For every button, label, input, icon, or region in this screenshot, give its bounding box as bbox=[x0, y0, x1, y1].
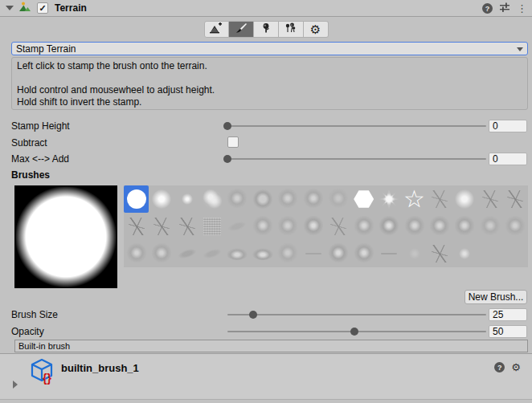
brush-item[interactable] bbox=[427, 185, 452, 213]
brush-item[interactable] bbox=[174, 185, 199, 213]
brush-item[interactable] bbox=[503, 213, 528, 240]
brush-item[interactable] bbox=[452, 185, 477, 213]
builtin-brush-bar[interactable]: Built-in brush bbox=[14, 340, 528, 352]
brush-item[interactable] bbox=[402, 240, 427, 267]
stamp-height-slider-knob[interactable] bbox=[223, 122, 231, 130]
brush-item[interactable] bbox=[477, 213, 502, 240]
brush-item[interactable] bbox=[326, 185, 351, 213]
brush-size-value-field[interactable] bbox=[489, 308, 527, 321]
opacity-slider[interactable] bbox=[227, 331, 486, 332]
brush-thumbnail bbox=[303, 189, 324, 210]
brush-item[interactable] bbox=[351, 213, 376, 240]
stamp-height-slider[interactable] bbox=[227, 125, 486, 127]
brush-item[interactable] bbox=[376, 240, 401, 267]
brush-item[interactable] bbox=[402, 185, 427, 213]
brush-item[interactable] bbox=[149, 213, 174, 240]
brush-item[interactable] bbox=[276, 185, 301, 213]
asset-foldout-arrow-icon[interactable] bbox=[13, 381, 18, 389]
brush-item[interactable] bbox=[250, 240, 275, 267]
brush-item[interactable] bbox=[124, 240, 149, 267]
asset-help-icon[interactable]: ? bbox=[494, 362, 505, 372]
subtract-checkbox[interactable] bbox=[227, 136, 239, 148]
brush-item[interactable] bbox=[427, 213, 452, 240]
tool-paint-terrain[interactable] bbox=[229, 21, 254, 38]
brush-item[interactable] bbox=[402, 213, 427, 240]
tool-paint-details[interactable] bbox=[279, 21, 304, 38]
brushes-section-label: Brushes bbox=[11, 169, 196, 181]
brush-item[interactable] bbox=[301, 213, 325, 240]
brush-item[interactable] bbox=[174, 240, 199, 267]
brush-thumbnail bbox=[151, 189, 172, 210]
tree-icon bbox=[260, 22, 272, 36]
brush-item[interactable] bbox=[225, 240, 250, 267]
max-add-value-field[interactable] bbox=[489, 153, 527, 165]
opacity-slider-knob[interactable] bbox=[350, 328, 358, 336]
max-add-slider-knob[interactable] bbox=[223, 155, 231, 163]
tool-paint-trees[interactable] bbox=[254, 21, 279, 38]
new-brush-button[interactable]: New Brush... bbox=[464, 290, 527, 304]
brush-thumbnail bbox=[303, 216, 324, 237]
brush-item[interactable] bbox=[326, 240, 351, 267]
paint-tool-dropdown[interactable]: Stamp Terrain bbox=[11, 42, 528, 55]
brush-item bbox=[503, 240, 528, 267]
help-line: Left click to stamp the brush onto the t… bbox=[17, 60, 522, 72]
brush-item[interactable] bbox=[250, 185, 275, 213]
paintbrush-icon bbox=[235, 22, 248, 36]
brush-item[interactable] bbox=[477, 185, 502, 213]
brush-item[interactable] bbox=[427, 240, 452, 267]
brush-item[interactable] bbox=[326, 213, 351, 240]
stamp-height-value-field[interactable] bbox=[489, 120, 527, 132]
grass-flowers-icon bbox=[284, 22, 297, 36]
brush-item[interactable] bbox=[174, 213, 199, 240]
paint-tool-dropdown-value: Stamp Terrain bbox=[16, 43, 76, 55]
brush-item[interactable] bbox=[276, 213, 301, 240]
asset-gear-icon[interactable]: ⚙ bbox=[511, 362, 521, 372]
brush-thumbnail bbox=[277, 189, 298, 210]
brush-thumbnail bbox=[305, 253, 321, 254]
help-icon[interactable]: ? bbox=[482, 3, 493, 14]
brush-size-slider-knob[interactable] bbox=[249, 311, 257, 319]
presets-icon[interactable] bbox=[499, 2, 510, 15]
brush-item[interactable] bbox=[452, 240, 477, 267]
brush-thumbnail bbox=[177, 189, 198, 210]
kebab-menu-icon[interactable]: ⋮ bbox=[517, 3, 527, 14]
chevron-down-icon bbox=[517, 47, 523, 51]
brush-item[interactable] bbox=[351, 240, 376, 267]
brush-item[interactable] bbox=[301, 185, 325, 213]
gear-icon: ⚙ bbox=[310, 23, 321, 35]
opacity-label: Opacity bbox=[11, 326, 196, 337]
brush-item[interactable] bbox=[301, 240, 325, 267]
brush-item[interactable] bbox=[351, 185, 376, 213]
brush-item[interactable] bbox=[376, 185, 401, 213]
brush-thumbnail bbox=[381, 253, 397, 254]
brush-thumbnail bbox=[480, 243, 501, 264]
brush-item[interactable] bbox=[276, 240, 301, 267]
component-enabled-checkbox[interactable]: ✓ bbox=[37, 2, 48, 14]
brush-item[interactable] bbox=[250, 213, 275, 240]
help-line: Hold control and mousewheel to adjust he… bbox=[17, 84, 522, 96]
brush-item[interactable] bbox=[124, 213, 149, 240]
brush-item[interactable] bbox=[199, 185, 224, 213]
tool-terrain-settings[interactable]: ⚙ bbox=[304, 21, 329, 38]
brush-item[interactable] bbox=[199, 213, 224, 240]
brush-item[interactable] bbox=[225, 185, 250, 213]
brush-item[interactable] bbox=[124, 185, 149, 213]
tool-create-neighbor-terrains[interactable] bbox=[204, 21, 229, 38]
brush-thumbnail bbox=[179, 218, 195, 235]
opacity-value-field[interactable] bbox=[489, 325, 527, 338]
brush-item[interactable] bbox=[376, 213, 401, 240]
brush-item[interactable] bbox=[199, 240, 224, 267]
terrain-component-icon bbox=[18, 1, 31, 16]
brush-size-slider[interactable] bbox=[227, 314, 486, 315]
tool-help-box: Left click to stamp the brush onto the t… bbox=[11, 57, 528, 110]
scriptable-object-icon: {} bbox=[29, 357, 55, 387]
foldout-arrow-icon[interactable] bbox=[6, 6, 14, 10]
brush-item[interactable] bbox=[452, 213, 477, 240]
brush-item[interactable] bbox=[503, 185, 528, 213]
brush-item[interactable] bbox=[149, 185, 174, 213]
brush-item[interactable] bbox=[225, 213, 250, 240]
brush-thumbnail bbox=[404, 216, 425, 237]
max-add-slider[interactable] bbox=[227, 158, 486, 160]
builtin-brush-bar-label: Built-in brush bbox=[18, 341, 70, 351]
brush-item[interactable] bbox=[149, 240, 174, 267]
